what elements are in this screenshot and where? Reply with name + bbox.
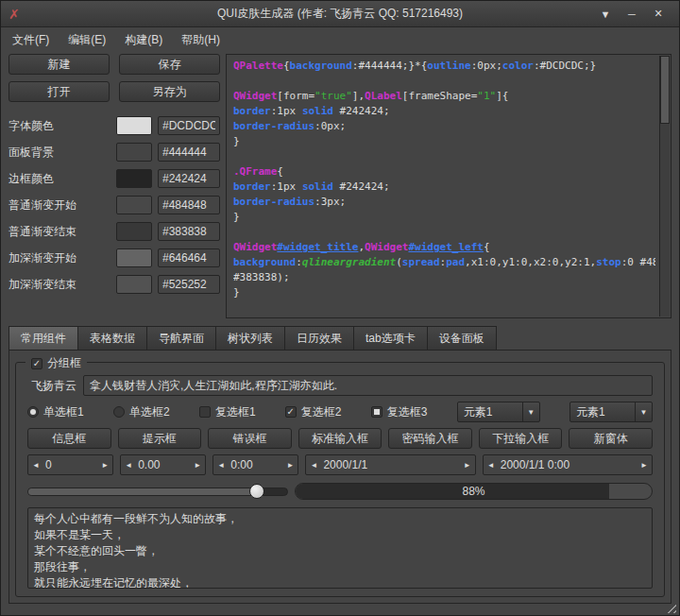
titlebar[interactable]: ✗ QUI皮肤生成器 (作者: 飞扬青云 QQ: 517216493) ▼ ─ … (1, 1, 679, 27)
author-input[interactable] (83, 375, 653, 396)
tab-calendar[interactable]: 日历效果 (284, 326, 354, 351)
spin-down-icon[interactable]: ◄ (484, 461, 499, 470)
color-hex-input[interactable] (158, 116, 220, 135)
color-hex-input[interactable] (158, 248, 220, 267)
window-title: QUI皮肤生成器 (作者: 飞扬青云 QQ: 517216493) (1, 6, 679, 22)
standard-input-button[interactable]: 标准输入框 (298, 428, 382, 449)
code-line: #383838); (233, 270, 655, 285)
progress-bar: 88% (295, 483, 653, 500)
groupbox-legend[interactable]: ✓ 分组框 (26, 355, 87, 371)
code-line: } (233, 285, 655, 300)
checkbox-option-1[interactable]: ✓ 复选框1 (199, 404, 256, 420)
save-button[interactable]: 保存 (119, 54, 220, 75)
code-line: } (233, 134, 655, 149)
tab-nav-ui[interactable]: 导航界面 (146, 326, 216, 351)
slider-fill (28, 488, 256, 495)
color-swatch[interactable] (116, 143, 152, 162)
tab-tab-card[interactable]: tab选项卡 (353, 326, 428, 351)
spin-up-icon[interactable]: ► (97, 461, 112, 470)
spinbox-integer[interactable]: ◄ 0 ► (27, 454, 113, 475)
file-buttons: 新建 保存 打开 另存为 (8, 54, 220, 102)
checkbox-option-3[interactable]: 复选框3 (371, 404, 428, 420)
tip-box-button[interactable]: 提示框 (118, 428, 202, 449)
spin-down-icon[interactable]: ◄ (213, 461, 229, 470)
spin-up-icon[interactable]: ► (190, 461, 205, 470)
color-hex-input[interactable] (158, 275, 220, 294)
story-textedit[interactable]: 每个人心中都有一段鲜不为人知的故事， 如果不是某一天， 某个不经意的回头一瞥， … (27, 507, 653, 589)
form-row-dialog-buttons: 信息框 提示框 错误框 标准输入框 密码输入框 下拉输入框 新窗体 (27, 428, 653, 449)
menu-help[interactable]: 帮助(H) (172, 28, 230, 52)
menu-build[interactable]: 构建(B) (115, 28, 172, 52)
checkbox-label: 复选框2 (301, 404, 342, 420)
code-line (233, 149, 655, 164)
editor-scrollbar[interactable] (659, 56, 670, 317)
combo-box-1[interactable]: 元素1 ▼ (457, 402, 540, 422)
spinbox-datetime[interactable]: ◄ 2000/1/1 0:00 ► (483, 454, 653, 475)
radio-label: 单选框1 (43, 404, 84, 420)
spin-down-icon[interactable]: ◄ (121, 461, 136, 470)
color-swatch[interactable] (116, 196, 152, 214)
spin-value: 0 (43, 458, 97, 471)
code-line: QWidget#widget_bottom{ (233, 316, 655, 318)
color-hex-input[interactable] (158, 143, 220, 162)
spin-down-icon[interactable]: ◄ (306, 461, 321, 470)
error-box-button[interactable]: 错误框 (208, 428, 292, 449)
color-row: 加深渐变结束 (8, 275, 220, 294)
info-box-button[interactable]: 信息框 (27, 428, 111, 449)
slider[interactable] (27, 481, 288, 502)
window-controls: ▼ ─ ✕ (592, 2, 672, 26)
color-swatch[interactable] (116, 169, 152, 188)
menu-edit[interactable]: 编辑(E) (59, 28, 115, 52)
code-line: border:1px solid #242424; (233, 180, 655, 195)
spin-value: 2000/1/1 0:00 (499, 458, 637, 471)
spinbox-decimal[interactable]: ◄ 0.00 ► (120, 454, 206, 475)
tab-tree-list[interactable]: 树状列表 (215, 326, 285, 351)
color-swatch[interactable] (116, 248, 152, 267)
new-window-button[interactable]: 新窗体 (569, 428, 653, 449)
code-line: .QFrame{ (233, 164, 655, 180)
skin-dropdown-button[interactable]: ▼ (592, 2, 619, 26)
new-button[interactable]: 新建 (8, 54, 110, 75)
groupbox-label: 分组框 (47, 355, 81, 371)
close-button[interactable]: ✕ (645, 2, 672, 26)
color-hex-input[interactable] (158, 169, 220, 188)
tab-table-data[interactable]: 表格数据 (77, 326, 147, 351)
password-input-button[interactable]: 密码输入框 (388, 428, 472, 449)
radio-indicator (27, 406, 39, 418)
form-row-author: 飞扬青云 (27, 375, 653, 396)
radio-option-1[interactable]: 单选框1 (27, 404, 84, 420)
tab-common-widgets[interactable]: 常用组件 (8, 326, 78, 351)
tab-device-panel[interactable]: 设备面板 (427, 326, 497, 351)
tabbar: 常用组件 表格数据 导航界面 树状列表 日历效果 tab选项卡 设备面板 (1, 326, 679, 351)
color-swatch[interactable] (116, 275, 152, 294)
groupbox-checkbox[interactable]: ✓ (31, 358, 42, 369)
spin-up-icon[interactable]: ► (637, 461, 652, 470)
spin-down-icon[interactable]: ◄ (28, 461, 43, 470)
checkbox-option-2[interactable]: ✓ 复选框2 (285, 404, 342, 420)
spin-up-icon[interactable]: ► (282, 461, 298, 470)
checkbox-label: 复选框3 (387, 404, 428, 420)
radio-option-2[interactable]: 单选框2 (113, 404, 170, 420)
menu-file[interactable]: 文件(F) (3, 28, 59, 52)
chevron-down-icon: ▼ (635, 402, 652, 421)
minimize-button[interactable]: ─ (619, 2, 645, 26)
save-as-button[interactable]: 另存为 (119, 81, 220, 102)
color-hex-input[interactable] (158, 222, 220, 241)
color-swatch[interactable] (116, 222, 152, 241)
form-row-spinboxes: ◄ 0 ► ◄ 0.00 ► ◄ 0:00 ► ◄ 2000/1/1 ► (27, 454, 653, 475)
color-label: 普通渐变结束 (8, 224, 110, 240)
combo-box-2[interactable]: 元素1 ▼ (570, 402, 653, 422)
spinbox-date[interactable]: ◄ 2000/1/1 ► (305, 454, 475, 475)
spin-up-icon[interactable]: ► (460, 461, 475, 470)
spinbox-time[interactable]: ◄ 0:00 ► (212, 454, 298, 475)
open-button[interactable]: 打开 (8, 81, 110, 102)
qss-editor[interactable]: QPalette{background:#444444;}*{outline:0… (226, 54, 672, 318)
slider-handle[interactable] (249, 484, 264, 499)
color-hex-input[interactable] (158, 196, 220, 214)
editor-scrollbar-thumb[interactable] (660, 56, 670, 124)
dropdown-input-button[interactable]: 下拉输入框 (479, 428, 563, 449)
tab-page: ✓ 分组框 飞扬青云 单选框1 单选框2 ✓ 复选框1 (8, 350, 672, 604)
color-row: 边框颜色 (8, 169, 220, 188)
color-swatch[interactable] (116, 116, 152, 135)
code-line (233, 300, 655, 316)
